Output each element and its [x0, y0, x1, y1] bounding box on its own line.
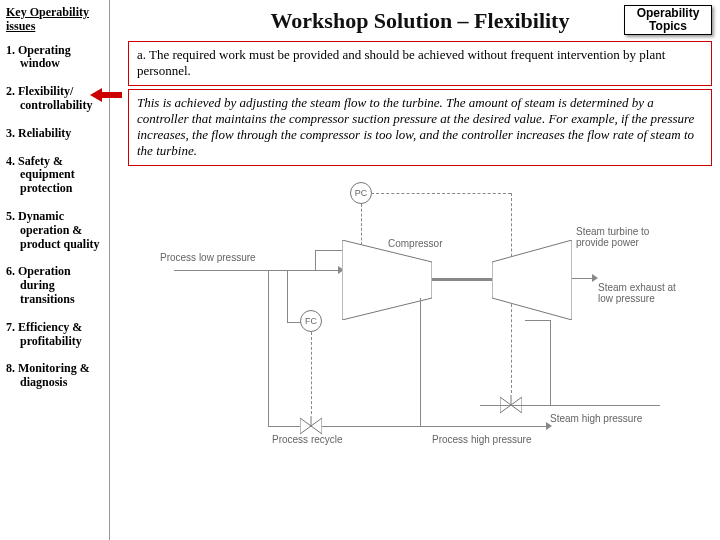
sidebar-item-l1: Flexibility/ [18, 84, 73, 98]
recycle-valve-icon [300, 416, 322, 436]
sidebar-item-num: 5. [6, 209, 15, 223]
sidebar-item-l1: Dynamic [18, 209, 64, 223]
sidebar-item-safety[interactable]: 4. Safety & equipment protection [6, 155, 105, 196]
sidebar-item-num: 2. [6, 84, 15, 98]
page-title: Workshop Solution – Flexibility [271, 8, 570, 34]
sidebar-item-reliability[interactable]: 3. Reliability [6, 127, 105, 141]
turbine-icon [492, 240, 572, 320]
slide: Key Operability issues 1. Operating wind… [0, 0, 720, 540]
sidebar-item-l1: Safety & [18, 154, 63, 168]
sidebar-item-l1: Efficiency & [18, 320, 82, 334]
svg-marker-2 [300, 418, 311, 434]
sidebar-title: Key Operability issues [6, 6, 105, 34]
sidebar-item-num: 4. [6, 154, 15, 168]
sidebar-item-l1: Operating [18, 43, 71, 57]
sidebar-item-efficiency[interactable]: 7. Efficiency & profitability [6, 321, 105, 349]
requirement-box: a. The required work must be provided an… [128, 41, 712, 86]
label-steam-high-pressure: Steam high pressure [550, 413, 642, 424]
sidebar-item-l2: during transitions [6, 279, 105, 307]
operability-topics-button[interactable]: Operability Topics [624, 5, 712, 35]
sidebar-item-operating-window[interactable]: 1. Operating window [6, 44, 105, 72]
sidebar-item-l2: operation & product quality [6, 224, 105, 252]
compressor-icon [342, 240, 432, 320]
fc-controller-icon: FC [300, 310, 322, 332]
sidebar-item-num: 3. [6, 126, 15, 140]
sidebar-item-num: 8. [6, 361, 15, 375]
sidebar-item-l1: Operation [18, 264, 71, 278]
sidebar-item-monitoring[interactable]: 8. Monitoring & diagnosis [6, 362, 105, 390]
sidebar-item-operation-transitions[interactable]: 6. Operation during transitions [6, 265, 105, 306]
solution-box: This is achieved by adjusting the steam … [128, 89, 712, 166]
svg-marker-1 [492, 240, 572, 320]
sidebar: Key Operability issues 1. Operating wind… [0, 0, 110, 540]
label-steam-turbine: Steam turbine to provide power [576, 226, 676, 248]
svg-marker-3 [311, 418, 322, 434]
sidebar-item-l2: window [6, 57, 105, 71]
label-steam-exhaust: Steam exhaust at low pressure [598, 282, 678, 304]
pc-controller-icon: PC [350, 182, 372, 204]
sidebar-item-num: 7. [6, 320, 15, 334]
sidebar-item-l2: diagnosis [6, 376, 105, 390]
sidebar-item-l1: Monitoring & [18, 361, 90, 375]
svg-marker-0 [342, 240, 432, 320]
sidebar-item-l1: Reliability [18, 126, 71, 140]
sidebar-item-l2: equipment protection [6, 168, 105, 196]
diagram-area: Process low pressure Compressor Steam tu… [128, 180, 712, 470]
label-process-low-pressure: Process low pressure [160, 252, 256, 263]
process-diagram: Process low pressure Compressor Steam tu… [160, 180, 680, 470]
label-process-high-pressure: Process high pressure [432, 434, 532, 445]
sidebar-item-num: 1. [6, 43, 15, 57]
main: Workshop Solution – Flexibility Operabil… [110, 0, 720, 540]
sidebar-item-dynamic[interactable]: 5. Dynamic operation & product quality [6, 210, 105, 251]
header: Workshop Solution – Flexibility Operabil… [128, 4, 712, 38]
sidebar-item-num: 6. [6, 264, 15, 278]
sidebar-item-l2: profitability [6, 335, 105, 349]
